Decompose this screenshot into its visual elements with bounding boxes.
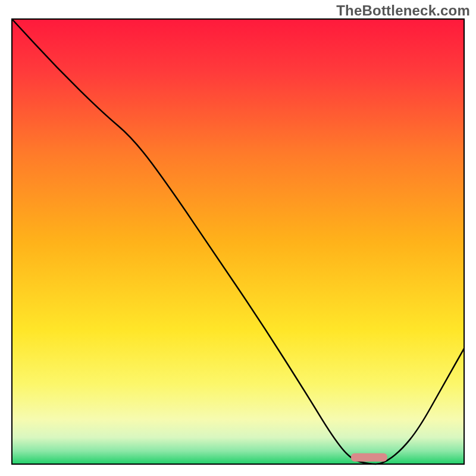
- chart-svg: [0, 0, 476, 476]
- sweet-spot-marker: [351, 453, 387, 462]
- chart-frame: TheBottleneck.com: [0, 0, 476, 476]
- plot-background: [12, 19, 464, 464]
- watermark-label: TheBottleneck.com: [336, 2, 470, 19]
